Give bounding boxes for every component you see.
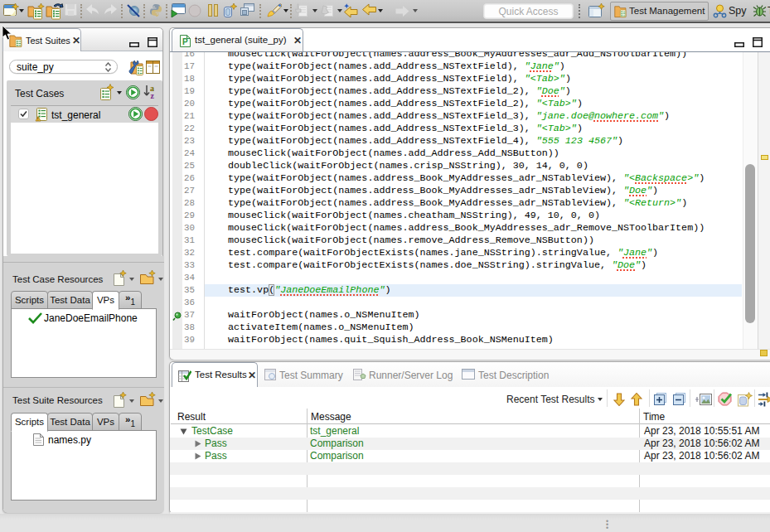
- svg-text:z: z: [151, 91, 155, 99]
- svg-text:P: P: [182, 37, 188, 46]
